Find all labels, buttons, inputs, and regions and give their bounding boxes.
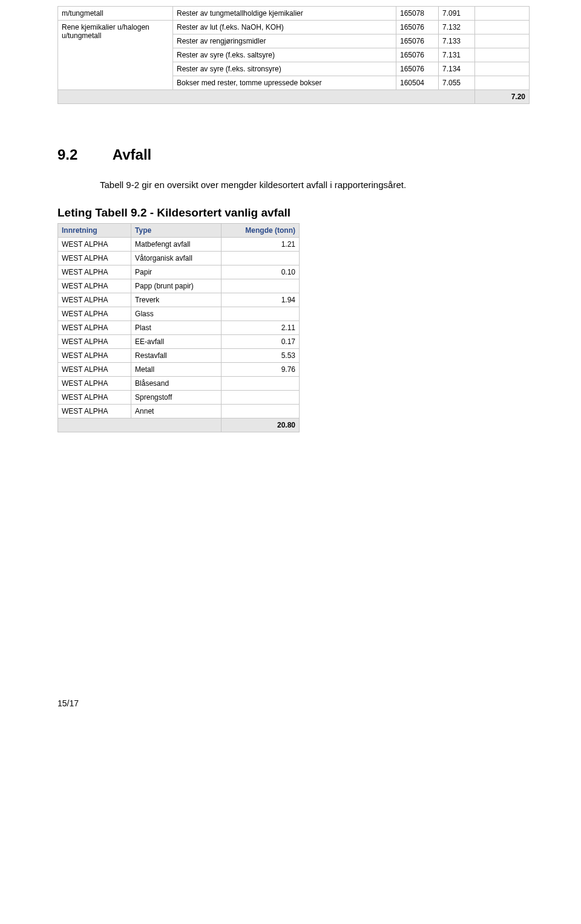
page-footer: 15/17 [57, 698, 530, 708]
cell-value: 7.055 [439, 76, 475, 90]
cell-amount [221, 307, 299, 321]
chemicals-table: m/tungmetallRester av tungmetallholdige … [57, 6, 530, 104]
cell-type: Restavfall [131, 349, 221, 363]
table-total-row: 7.20 [58, 90, 530, 104]
cell-innretning: WEST ALPHA [58, 307, 131, 321]
table-row: WEST ALPHAGlass [58, 307, 300, 321]
table-row: WEST ALPHAEE-avfall0.17 [58, 335, 300, 349]
cell-desc: Rester av syre (f.eks. sitronsyre) [173, 62, 396, 76]
cell-desc: Rester av syre (f.eks. saltsyre) [173, 48, 396, 62]
cell-amount: 1.94 [221, 293, 299, 307]
cell-empty [475, 34, 530, 48]
cell-total: 7.20 [475, 90, 530, 104]
section-heading: 9.2 Avfall [57, 146, 530, 163]
cell-innretning: WEST ALPHA [58, 293, 131, 307]
table-row: WEST ALPHAPlast2.11 [58, 321, 300, 335]
table-row: WEST ALPHAPapp (brunt papir) [58, 279, 300, 293]
cell-value: 7.131 [439, 48, 475, 62]
cell-total: 20.80 [221, 418, 299, 432]
cell-category: Rene kjemikalier u/halogen u/tungmetall [58, 21, 173, 90]
cell-amount [221, 391, 299, 405]
cell-amount: 2.11 [221, 321, 299, 335]
cell-category: m/tungmetall [58, 7, 173, 21]
cell-empty [475, 48, 530, 62]
cell-desc: Rester av rengjøringsmidler [173, 34, 396, 48]
table-subheading: Leting Tabell 9.2 - Kildesortert vanlig … [57, 206, 530, 220]
intro-paragraph: Tabell 9-2 gir en oversikt over mengder … [100, 178, 530, 191]
cell-value: 7.133 [439, 34, 475, 48]
cell-type: EE-avfall [131, 335, 221, 349]
cell-desc: Rester av lut (f.eks. NaOH, KOH) [173, 21, 396, 34]
cell-type: Treverk [131, 293, 221, 307]
table-row: WEST ALPHAMatbefengt avfall1.21 [58, 238, 300, 252]
cell-empty [58, 90, 475, 104]
cell-type: Glass [131, 307, 221, 321]
cell-type: Våtorganisk avfall [131, 252, 221, 265]
section-title-text: Avfall [113, 146, 151, 163]
cell-innretning: WEST ALPHA [58, 238, 131, 252]
cell-innretning: WEST ALPHA [58, 335, 131, 349]
table-row: WEST ALPHATreverk1.94 [58, 293, 300, 307]
cell-empty [475, 62, 530, 76]
cell-innretning: WEST ALPHA [58, 391, 131, 405]
cell-amount [221, 279, 299, 293]
cell-innretning: WEST ALPHA [58, 377, 131, 391]
cell-amount: 5.53 [221, 349, 299, 363]
table-total-row: 20.80 [58, 418, 300, 432]
cell-type: Papp (brunt papir) [131, 279, 221, 293]
table-row: WEST ALPHAVåtorganisk avfall [58, 252, 300, 265]
cell-type: Plast [131, 321, 221, 335]
cell-amount: 0.10 [221, 265, 299, 279]
cell-innretning: WEST ALPHA [58, 279, 131, 293]
table-row: WEST ALPHAMetall9.76 [58, 363, 300, 377]
cell-type: Metall [131, 363, 221, 377]
cell-desc: Rester av tungmetallholdige kjemikalier [173, 7, 396, 21]
col-type: Type [131, 224, 221, 238]
cell-code: 165076 [396, 48, 439, 62]
cell-code: 165078 [396, 7, 439, 21]
table-header-row: Innretning Type Mengde (tonn) [58, 224, 300, 238]
cell-empty [58, 418, 222, 432]
cell-amount [221, 377, 299, 391]
cell-amount [221, 405, 299, 418]
table-row: WEST ALPHASprengstoff [58, 391, 300, 405]
cell-desc: Bokser med rester, tomme upressede bokse… [173, 76, 396, 90]
cell-innretning: WEST ALPHA [58, 405, 131, 418]
table-row: WEST ALPHAPapir0.10 [58, 265, 300, 279]
cell-innretning: WEST ALPHA [58, 321, 131, 335]
cell-type: Matbefengt avfall [131, 238, 221, 252]
table-row: Rene kjemikalier u/halogen u/tungmetallR… [58, 21, 530, 34]
cell-type: Annet [131, 405, 221, 418]
cell-innretning: WEST ALPHA [58, 349, 131, 363]
col-innretning: Innretning [58, 224, 131, 238]
cell-innretning: WEST ALPHA [58, 252, 131, 265]
cell-type: Sprengstoff [131, 391, 221, 405]
cell-amount: 1.21 [221, 238, 299, 252]
cell-amount: 9.76 [221, 363, 299, 377]
table-row: WEST ALPHABlåsesand [58, 377, 300, 391]
cell-empty [475, 21, 530, 34]
cell-code: 160504 [396, 76, 439, 90]
cell-code: 165076 [396, 21, 439, 34]
cell-type: Papir [131, 265, 221, 279]
cell-value: 7.132 [439, 21, 475, 34]
cell-innretning: WEST ALPHA [58, 265, 131, 279]
table-row: WEST ALPHARestavfall5.53 [58, 349, 300, 363]
cell-value: 7.134 [439, 62, 475, 76]
cell-innretning: WEST ALPHA [58, 363, 131, 377]
cell-value: 7.091 [439, 7, 475, 21]
table-row: m/tungmetallRester av tungmetallholdige … [58, 7, 530, 21]
cell-code: 165076 [396, 34, 439, 48]
cell-type: Blåsesand [131, 377, 221, 391]
table-row: WEST ALPHAAnnet [58, 405, 300, 418]
cell-code: 165076 [396, 62, 439, 76]
waste-table: Innretning Type Mengde (tonn) WEST ALPHA… [57, 223, 300, 432]
section-number: 9.2 [57, 146, 109, 163]
col-mengde: Mengde (tonn) [221, 224, 299, 238]
cell-amount: 0.17 [221, 335, 299, 349]
cell-empty [475, 7, 530, 21]
cell-amount [221, 252, 299, 265]
cell-empty [475, 76, 530, 90]
